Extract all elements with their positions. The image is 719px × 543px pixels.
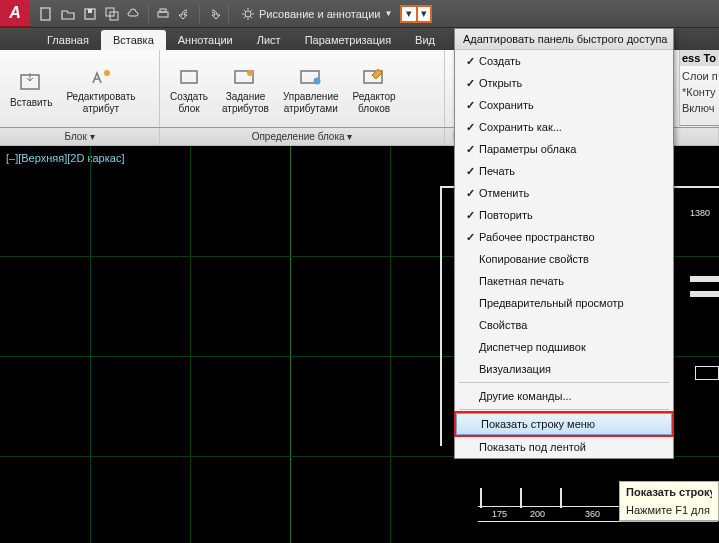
insert-block-icon [15, 69, 47, 97]
svg-rect-10 [181, 71, 197, 83]
menu-item-batchplot[interactable]: Пакетная печать [455, 270, 673, 292]
dimension-text: 360 [585, 509, 600, 519]
menu-item-properties[interactable]: Свойства [455, 314, 673, 336]
create-block-icon [173, 63, 205, 91]
separator [199, 5, 200, 23]
panel-block-definition: Создать блок Задание атрибутов Управлени… [160, 50, 445, 127]
quick-access-toolbar [30, 4, 237, 24]
menu-item-workspace[interactable]: ✓Рабочее пространство [455, 226, 673, 248]
svg-point-7 [245, 11, 251, 17]
menu-item-save[interactable]: ✓Сохранить [455, 94, 673, 116]
drawing-line [690, 291, 719, 297]
menu-item-cloud[interactable]: ✓Параметры облака [455, 138, 673, 160]
menu-item-redo[interactable]: ✓Повторить [455, 204, 673, 226]
create-block-button[interactable]: Создать блок [164, 61, 214, 116]
stub-item: Включ [682, 102, 717, 114]
grid-line [190, 146, 191, 543]
menu-item-saveas[interactable]: ✓Сохранить как... [455, 116, 673, 138]
menu-item-sheetset[interactable]: Диспетчер подшивок [455, 336, 673, 358]
button-label: Задание атрибутов [222, 91, 269, 114]
button-label: Редактировать атрибут [66, 91, 135, 114]
tab-view[interactable]: Вид [403, 30, 447, 50]
svg-point-12 [247, 70, 253, 76]
titlebar: A Рисование и аннотации ▼ ▾ ▾ [0, 0, 719, 28]
menu-separator [459, 382, 669, 383]
block-editor-button[interactable]: Редактор блоков [347, 61, 402, 116]
tab-parametric[interactable]: Параметризация [293, 30, 403, 50]
stub-item: Слои п [682, 70, 717, 82]
button-label: Вставить [10, 97, 52, 109]
block-editor-icon [358, 63, 390, 91]
qat-customize-dropdown[interactable]: ▾ [400, 5, 418, 23]
edit-attribute-button[interactable]: Редактировать атрибут [60, 61, 141, 116]
dimension-text: 1380 [690, 208, 710, 218]
svg-rect-5 [158, 12, 168, 17]
button-label: Редактор блоков [353, 91, 396, 114]
svg-rect-0 [41, 8, 50, 20]
panel-title-block[interactable]: Блок ▾ [0, 128, 160, 145]
qat-customize-menu: Адаптировать панель быстрого доступа ✓Со… [454, 28, 674, 459]
button-label: Создать блок [170, 91, 208, 114]
new-icon[interactable] [36, 4, 56, 24]
cloud-icon[interactable] [124, 4, 144, 24]
separator [228, 5, 229, 23]
drawing-line [520, 488, 522, 508]
panel-title-blockdef[interactable]: Определение блока ▾ [160, 128, 445, 145]
drawing-line [478, 521, 718, 522]
menu-item-render[interactable]: Визуализация [455, 358, 673, 380]
manage-attr-icon [295, 63, 327, 91]
edit-attr-icon [85, 63, 117, 91]
menu-item-new[interactable]: ✓Создать [455, 50, 673, 72]
menu-item-matchprop[interactable]: Копирование свойств [455, 248, 673, 270]
workspace-switcher[interactable]: Рисование и аннотации ▼ [237, 7, 396, 21]
menu-item-preview[interactable]: Предварительный просмотр [455, 292, 673, 314]
chevron-down-icon: ▼ [384, 9, 392, 18]
menu-separator [459, 409, 669, 410]
tooltip: Показать строку Нажмите F1 для дополните… [619, 481, 719, 521]
drawing-line [560, 488, 562, 508]
tooltip-hint: Нажмите F1 для дополнительной [626, 504, 712, 516]
define-attr-icon [229, 63, 261, 91]
save-icon[interactable] [80, 4, 100, 24]
insert-block-button[interactable]: Вставить [4, 67, 58, 111]
menu-item-print[interactable]: ✓Печать [455, 160, 673, 182]
grid-axis [290, 146, 291, 543]
menu-item-show-below-ribbon[interactable]: Показать под лентой [455, 436, 673, 458]
menu-item-more-commands[interactable]: Другие команды... [455, 385, 673, 407]
button-label: Управление атрибутами [283, 91, 339, 114]
grid-line [90, 146, 91, 543]
svg-rect-2 [88, 9, 92, 13]
stub-item: *Конту [682, 86, 717, 98]
panel-block: Вставить Редактировать атрибут [0, 50, 160, 127]
menu-item-undo[interactable]: ✓Отменить [455, 182, 673, 204]
tab-annotations[interactable]: Аннотации [166, 30, 245, 50]
menu-item-open[interactable]: ✓Открыть [455, 72, 673, 94]
app-menu-button[interactable]: A [0, 0, 30, 28]
separator [148, 5, 149, 23]
dimension-text: 175 [492, 509, 507, 519]
tab-insert[interactable]: Вставка [101, 30, 166, 50]
open-icon[interactable] [58, 4, 78, 24]
menu-header: Адаптировать панель быстрого доступа [455, 29, 673, 50]
tooltip-title: Показать строку [626, 486, 712, 498]
tab-sheet[interactable]: Лист [245, 30, 293, 50]
redo-icon[interactable] [204, 4, 224, 24]
gear-icon [241, 7, 255, 21]
dimension-text: 200 [530, 509, 545, 519]
drawing-line [690, 276, 719, 282]
svg-point-14 [313, 78, 320, 85]
undo-icon[interactable] [175, 4, 195, 24]
menu-item-show-menubar[interactable]: Показать строку меню [456, 413, 672, 435]
view-label[interactable]: [–][Верхняя][2D каркас] [6, 152, 124, 164]
manage-attributes-button[interactable]: Управление атрибутами [277, 61, 345, 116]
qat-customize-dropdown-2[interactable]: ▾ [418, 5, 432, 23]
saveas-icon[interactable] [102, 4, 122, 24]
drawing-line [440, 186, 442, 446]
menu-items: ✓Создать ✓Открыть ✓Сохранить ✓Сохранить … [455, 50, 673, 380]
define-attributes-button[interactable]: Задание атрибутов [216, 61, 275, 116]
grid-line [390, 146, 391, 543]
print-icon[interactable] [153, 4, 173, 24]
tab-home[interactable]: Главная [35, 30, 101, 50]
svg-rect-6 [160, 9, 166, 12]
workspace-label: Рисование и аннотации [259, 8, 380, 20]
